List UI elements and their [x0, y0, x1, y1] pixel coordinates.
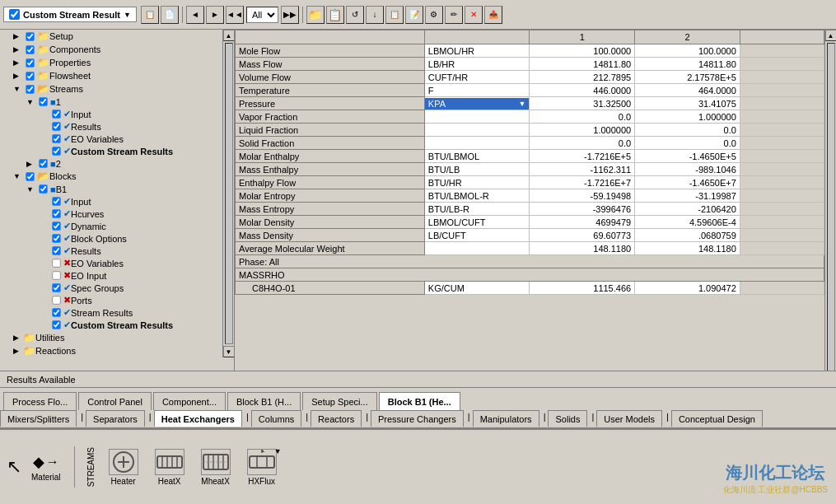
tree-spec-groups[interactable]: ✔ Spec Groups: [0, 282, 222, 294]
row-pressure-unit[interactable]: KPA ▼: [424, 97, 530, 110]
eq-mheatx[interactable]: MheatX: [196, 447, 236, 488]
left-scroll-up[interactable]: ▲: [223, 30, 235, 41]
streams-expander[interactable]: ▼: [13, 85, 23, 93]
eo-vars1-check[interactable]: [52, 134, 60, 142]
all-dropdown[interactable]: All: [246, 7, 278, 23]
b1-check[interactable]: [39, 184, 47, 193]
tb-btn2[interactable]: 📋: [326, 6, 344, 24]
tree-setup[interactable]: ▶ 📁 Setup: [0, 30, 222, 43]
page-btn[interactable]: 📄: [161, 6, 179, 24]
tree-reactions[interactable]: ▶ 📁 Reactions: [0, 344, 222, 357]
tb-btn7[interactable]: ⚙: [425, 6, 443, 24]
cat-user-models[interactable]: User Models: [596, 410, 662, 427]
cat-mixers-splitters[interactable]: Mixers/Splitters: [0, 410, 77, 427]
cat-heat-exchangers[interactable]: Heat Exchangers: [154, 410, 242, 427]
tree-eo-input-b1[interactable]: ✖ EO Input: [0, 269, 222, 282]
tree-results1[interactable]: ✔ Results: [0, 120, 222, 133]
stream1-expander[interactable]: ▼: [26, 98, 36, 106]
tree-stream-results[interactable]: ✔ Stream Results: [0, 306, 222, 319]
block-options-check[interactable]: [52, 234, 60, 242]
eo-vars-b1-check[interactable]: [52, 259, 60, 267]
tab-control-panel[interactable]: Control Panel: [78, 392, 152, 410]
custom-stream-results-check[interactable]: [52, 320, 60, 329]
tb-btn-x[interactable]: ✕: [465, 6, 483, 24]
cat-pressure-changers[interactable]: Pressure Changers: [371, 410, 464, 427]
cursor-tool[interactable]: ↖: [7, 456, 21, 478]
tree-blocks[interactable]: ▼ 📂 Blocks: [0, 170, 222, 183]
stream2-check[interactable]: [39, 159, 47, 167]
tree-input1[interactable]: ✔ Input: [0, 108, 222, 120]
forward-all-btn[interactable]: ▶▶: [281, 6, 299, 24]
tb-btn6[interactable]: 📝: [405, 6, 423, 24]
cat-solids[interactable]: Solids: [548, 410, 587, 427]
tree-streams[interactable]: ▼ 📂 Streams: [0, 82, 222, 96]
custom-results1-check[interactable]: [52, 147, 60, 155]
utilities-expander[interactable]: ▶: [13, 334, 23, 342]
tree-b1[interactable]: ▼ ■ B1: [0, 183, 222, 195]
tab-block-b1-he[interactable]: Block B1 (He...: [379, 392, 460, 410]
tree-ports[interactable]: ✖ Ports: [0, 294, 222, 306]
eq-hxflux[interactable]: HXFlux ▼: [242, 447, 282, 488]
left-scroll-track[interactable]: [225, 43, 233, 344]
back-all-btn[interactable]: ◄◄: [226, 6, 244, 24]
tree-block-options[interactable]: ✔ Block Options: [0, 232, 222, 245]
tab-process-flo[interactable]: Process Flo...: [3, 392, 77, 410]
properties-check[interactable]: [26, 58, 34, 67]
setup-check[interactable]: [26, 32, 34, 40]
cat-columns[interactable]: Columns: [251, 410, 301, 427]
tb-btn1[interactable]: 📁: [306, 6, 325, 24]
pressure-unit-dropdown[interactable]: KPA ▼: [425, 98, 530, 110]
copy-btn[interactable]: 📋: [141, 6, 159, 24]
eq-heatx[interactable]: HeatX: [150, 447, 189, 488]
forward-btn[interactable]: ►: [206, 6, 224, 24]
spec-groups-check[interactable]: [52, 283, 60, 292]
eq-heater[interactable]: Heater: [104, 447, 143, 488]
input-b1-check[interactable]: [52, 197, 60, 205]
title-checkbox[interactable]: [9, 9, 20, 20]
cat-manipulators[interactable]: Manipulators: [473, 410, 539, 427]
results1-check[interactable]: [52, 122, 60, 130]
tb-btn3[interactable]: ↺: [346, 6, 364, 24]
cat-reactors[interactable]: Reactors: [311, 410, 362, 427]
hxflux-dropdown-arrow[interactable]: ▼: [274, 447, 282, 455]
eo-input-b1-check[interactable]: [52, 271, 60, 279]
tree-hcurves[interactable]: ✔ Hcurves: [0, 208, 222, 220]
components-expander[interactable]: ▶: [13, 45, 23, 54]
setup-expander[interactable]: ▶: [13, 32, 23, 40]
tree-components[interactable]: ▶ 📁 Components: [0, 43, 222, 56]
tree-stream2[interactable]: ▶ ■ 2: [0, 157, 222, 170]
components-check[interactable]: [26, 45, 34, 54]
right-scroll-up[interactable]: ▲: [825, 30, 837, 41]
tab-setup-speci[interactable]: Setup Speci...: [302, 392, 377, 410]
tree-flowsheet[interactable]: ▶ 📁 Flowsheet: [0, 69, 222, 82]
b1-expander[interactable]: ▼: [26, 185, 36, 194]
flowsheet-expander[interactable]: ▶: [13, 72, 23, 80]
dynamic-check[interactable]: [52, 222, 60, 230]
tree-custom-stream-results[interactable]: ✔ Custom Stream Results: [0, 319, 222, 331]
tree-eo-vars-b1[interactable]: ✖ EO Variables: [0, 257, 222, 269]
tree-results-b1[interactable]: ✔ Results: [0, 245, 222, 257]
tree-utilities[interactable]: ▶ 📁 Utilities: [0, 331, 222, 344]
properties-expander[interactable]: ▶: [13, 58, 23, 67]
tb-btn5[interactable]: 📋: [385, 6, 404, 24]
tb-btn4[interactable]: ↓: [366, 6, 384, 24]
blocks-check[interactable]: [26, 172, 34, 180]
tb-btn8[interactable]: ✏: [445, 6, 463, 24]
stream2-expander[interactable]: ▶: [26, 160, 36, 168]
streams-check[interactable]: [26, 85, 34, 93]
tree-properties[interactable]: ▶ 📁 Properties: [0, 56, 222, 69]
tree-stream1[interactable]: ▼ ■ 1: [0, 96, 222, 108]
tab-component[interactable]: Component...: [153, 392, 226, 410]
stream1-check[interactable]: [39, 97, 47, 105]
reactions-expander[interactable]: ▶: [13, 347, 23, 355]
hcurves-check[interactable]: [52, 209, 60, 217]
back-btn[interactable]: ◄: [186, 6, 204, 24]
blocks-expander[interactable]: ▼: [13, 172, 23, 180]
tree-custom-results1[interactable]: ✔ Custom Stream Results: [0, 145, 222, 157]
tab-block-b1-h[interactable]: Block B1 (H...: [227, 392, 301, 410]
input1-check[interactable]: [52, 110, 60, 118]
tree-dynamic[interactable]: ✔ Dynamic: [0, 220, 222, 232]
cat-separators[interactable]: Separators: [86, 410, 145, 427]
stream-results-check[interactable]: [52, 308, 60, 316]
title-dropdown-arrow[interactable]: ▼: [124, 11, 131, 19]
